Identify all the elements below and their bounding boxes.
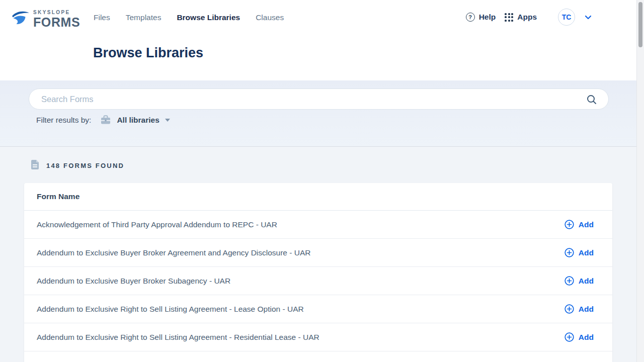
add-button-label: Add	[579, 220, 594, 229]
add-form-button[interactable]: Add	[565, 276, 594, 286]
nav-item-browse-libraries[interactable]: Browse Libraries	[177, 13, 240, 22]
add-form-button[interactable]: Add	[565, 220, 594, 229]
library-filter-dropdown[interactable]: All libraries	[117, 116, 170, 125]
form-name: Acknowledgement of Third Party Approval …	[37, 220, 277, 229]
plus-circle-icon	[565, 220, 574, 229]
search-section: Filter results by: All libraries	[0, 80, 644, 147]
add-button-label: Add	[579, 248, 594, 257]
table-row: Addendum to Exclusive Right to Sell List…	[24, 295, 612, 323]
briefcase-icon	[101, 115, 111, 125]
search-icon[interactable]	[586, 94, 597, 105]
user-avatar[interactable]: TC	[558, 9, 575, 26]
add-button-label: Add	[579, 333, 594, 342]
brand-name-bottom: FORMS	[33, 16, 80, 29]
main-nav: Files Templates Browse Libraries Clauses	[94, 13, 284, 22]
page-scrollbar[interactable]	[636, 0, 644, 362]
nav-item-clauses[interactable]: Clauses	[256, 13, 284, 22]
nav-item-templates[interactable]: Templates	[126, 13, 162, 22]
document-icon	[31, 159, 39, 172]
add-form-button[interactable]: Add	[565, 332, 594, 342]
apps-label: Apps	[517, 13, 537, 22]
add-form-button[interactable]: Add	[565, 304, 594, 314]
add-form-button[interactable]: Add	[565, 248, 594, 257]
form-name: Addendum to Exclusive Right to Sell List…	[37, 305, 304, 314]
apps-button[interactable]: Apps	[496, 13, 537, 22]
add-button-label: Add	[579, 277, 594, 286]
filter-label: Filter results by:	[36, 116, 91, 125]
table-row: Addendum to Exclusive Buyer Broker Subag…	[24, 267, 612, 295]
logo-text: SKYSLOPE FORMS	[33, 10, 80, 29]
help-button[interactable]: ? Help	[466, 13, 496, 22]
caret-down-icon	[165, 119, 170, 122]
plus-circle-icon	[565, 304, 574, 314]
table-row: Addendum to Exclusive Right to Sell List…	[24, 323, 612, 351]
brand-name-top: SKYSLOPE	[33, 10, 80, 15]
plus-circle-icon	[565, 248, 574, 257]
help-icon: ?	[466, 13, 475, 22]
table-header-row: Form Name	[24, 183, 612, 211]
library-filter-value: All libraries	[117, 116, 159, 125]
results-section: 148 FORMS FOUND Form Name Acknowledgemen…	[0, 147, 644, 362]
search-form-container	[29, 88, 609, 110]
plus-circle-icon	[565, 276, 574, 286]
partial-next-row	[24, 351, 612, 359]
header-actions: ? Help Apps TC	[466, 7, 592, 27]
forms-table-card: Form Name Acknowledgement of Third Party…	[24, 183, 612, 362]
help-label: Help	[479, 13, 496, 22]
table-row: Acknowledgement of Third Party Approval …	[24, 211, 612, 239]
account-menu-chevron-down-icon[interactable]	[585, 15, 592, 20]
skyslope-swoosh-icon	[11, 10, 30, 29]
form-name-column-header: Form Name	[37, 192, 79, 201]
skyslope-forms-app: SKYSLOPE FORMS Files Templates Browse Li…	[0, 0, 644, 362]
add-button-label: Add	[579, 305, 594, 314]
table-row: Addendum to Exclusive Buyer Broker Agree…	[24, 239, 612, 267]
apps-grid-icon	[505, 13, 513, 22]
forms-found-row: 148 FORMS FOUND	[31, 159, 124, 172]
skyslope-logo[interactable]: SKYSLOPE FORMS	[11, 10, 80, 29]
page-title: Browse Libraries	[93, 45, 203, 61]
plus-circle-icon	[565, 332, 574, 342]
scrollbar-thumb[interactable]	[638, 2, 642, 47]
form-name: Addendum to Exclusive Buyer Broker Agree…	[37, 248, 310, 257]
top-header: SKYSLOPE FORMS Files Templates Browse Li…	[0, 0, 644, 80]
form-name: Addendum to Exclusive Right to Sell List…	[37, 333, 319, 342]
forms-found-count: 148 FORMS FOUND	[46, 162, 124, 169]
form-name: Addendum to Exclusive Buyer Broker Subag…	[37, 277, 230, 286]
nav-item-files[interactable]: Files	[94, 13, 110, 22]
search-input[interactable]	[29, 89, 608, 109]
filter-row: Filter results by: All libraries	[36, 115, 170, 125]
